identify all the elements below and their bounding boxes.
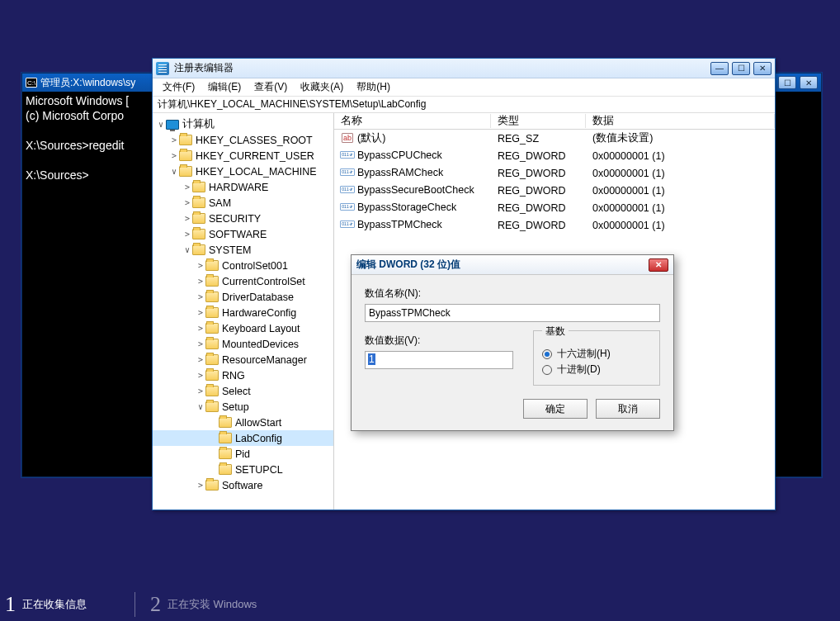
value-data: 0x00000001 (1) [586, 202, 775, 214]
regedit-minimize-button[interactable]: — [710, 62, 729, 75]
menu-file[interactable]: 文件(F) [156, 78, 201, 96]
value-data-field[interactable] [365, 351, 513, 369]
tree-item[interactable]: LabConfig [153, 430, 333, 446]
tree-item[interactable]: >CurrentControlSet [153, 273, 333, 289]
value-row[interactable]: BypassCPUCheckREG_DWORD0x00000001 (1) [334, 147, 775, 164]
tree-label: MountedDevices [222, 339, 299, 350]
tree-item[interactable]: >SECURITY [153, 211, 333, 226]
folder-icon [205, 276, 219, 287]
tree-item[interactable]: SETUPCL [153, 462, 333, 477]
radio-dec-row[interactable]: 十进制(D) [542, 363, 651, 377]
cmd-maximize-button[interactable]: ☐ [778, 76, 796, 89]
tree-item[interactable]: >Select [153, 383, 333, 399]
expand-toggle[interactable]: > [196, 261, 205, 270]
regedit-maximize-button[interactable]: ☐ [732, 62, 750, 75]
radio-hex[interactable] [542, 349, 552, 359]
folder-icon [205, 480, 219, 491]
radio-dec[interactable] [542, 365, 552, 375]
cmd-icon: C:\ [26, 78, 37, 88]
expand-toggle[interactable]: > [196, 339, 205, 348]
tree-label: ControlSet001 [222, 260, 288, 272]
expand-toggle[interactable]: > [196, 386, 205, 396]
regedit-addressbar[interactable]: 计算机\HKEY_LOCAL_MACHINE\SYSTEM\Setup\LabC… [153, 97, 775, 113]
menu-help[interactable]: 帮助(H) [350, 78, 397, 96]
dialog-close-button[interactable]: ✕ [649, 258, 668, 272]
tree-item[interactable]: >DriverDatabase [153, 289, 333, 305]
expand-toggle[interactable]: > [196, 371, 205, 380]
list-header: 名称 类型 数据 [334, 113, 775, 130]
value-type: REG_DWORD [491, 168, 586, 179]
regedit-titlebar[interactable]: 注册表编辑器 — ☐ ✕ [153, 59, 775, 78]
expand-toggle[interactable]: > [196, 308, 205, 317]
value-name-field[interactable] [365, 304, 660, 322]
expand-toggle[interactable]: ∨ [169, 167, 179, 176]
base-fieldset: 基数 十六进制(H) 十进制(D) [533, 330, 660, 386]
value-data: 0x00000001 (1) [586, 185, 775, 197]
expand-toggle[interactable]: > [196, 481, 205, 490]
tree-item[interactable]: >HKEY_CLASSES_ROOT [153, 132, 333, 148]
value-row[interactable]: (默认)REG_SZ(数值未设置) [334, 130, 775, 147]
tree-label: HKEY_LOCAL_MACHINE [196, 166, 317, 178]
col-header-name[interactable]: 名称 [334, 114, 491, 128]
regedit-close-button[interactable]: ✕ [753, 62, 772, 75]
tree-item[interactable]: >SAM [153, 195, 333, 211]
col-header-data[interactable]: 数据 [586, 114, 775, 128]
expand-toggle[interactable]: > [169, 135, 179, 145]
tree-item[interactable]: Pid [153, 446, 333, 462]
tree-item[interactable]: ∨SYSTEM [153, 242, 333, 258]
tree-item[interactable]: >HKEY_CURRENT_USER [153, 148, 333, 164]
expand-toggle[interactable]: > [196, 292, 205, 301]
expand-toggle[interactable]: > [182, 198, 192, 207]
regedit-tree[interactable]: ∨计算机>HKEY_CLASSES_ROOT>HKEY_CURRENT_USER… [153, 113, 334, 510]
expand-toggle[interactable]: > [196, 277, 205, 286]
tree-label: HARDWARE [209, 182, 268, 193]
computer-icon [166, 120, 179, 130]
tree-item[interactable]: >HARDWARE [153, 179, 333, 195]
value-row[interactable]: BypassStorageCheckREG_DWORD0x00000001 (1… [334, 199, 775, 216]
tree-label: SOFTWARE [209, 229, 267, 240]
expand-toggle[interactable]: > [196, 355, 205, 364]
tree-item[interactable]: >MountedDevices [153, 336, 333, 352]
cmd-close-button[interactable]: ✕ [800, 76, 818, 89]
cmd-title-path: X:\windows\sy [73, 77, 135, 88]
value-data: 0x00000001 (1) [586, 168, 775, 179]
tree-label: SECURITY [209, 213, 261, 225]
expand-toggle[interactable]: ∨ [156, 120, 166, 129]
dialog-titlebar[interactable]: 编辑 DWORD (32 位)值 ✕ [352, 255, 673, 275]
value-row[interactable]: BypassSecureBootCheckREG_DWORD0x00000001… [334, 182, 775, 199]
expand-toggle[interactable]: ∨ [182, 245, 192, 254]
expand-toggle[interactable]: > [182, 230, 192, 239]
tree-item[interactable]: >Keyboard Layout [153, 320, 333, 336]
expand-toggle[interactable]: ∨ [196, 402, 205, 411]
value-type: REG_SZ [491, 133, 586, 145]
value-row[interactable]: BypassTPMCheckREG_DWORD0x00000001 (1) [334, 216, 775, 234]
folder-icon [205, 354, 219, 365]
tree-item[interactable]: >ControlSet001 [153, 258, 333, 273]
radio-hex-row[interactable]: 十六进制(H) [542, 347, 651, 361]
tree-item[interactable]: AllowStart [153, 415, 333, 430]
tree-item[interactable]: >SOFTWARE [153, 226, 333, 242]
tree-item[interactable]: >ResourceManager [153, 352, 333, 367]
expand-toggle[interactable]: > [196, 324, 205, 333]
ok-button[interactable]: 确定 [523, 399, 588, 419]
cancel-button[interactable]: 取消 [596, 399, 660, 419]
step1-number: 1 [5, 592, 16, 617]
expand-toggle[interactable]: > [182, 183, 192, 192]
tree-item[interactable]: ∨HKEY_LOCAL_MACHINE [153, 164, 333, 179]
menu-view[interactable]: 查看(V) [248, 78, 294, 96]
tree-item[interactable]: ∨Setup [153, 399, 333, 415]
expand-toggle[interactable]: > [182, 214, 192, 223]
menu-edit[interactable]: 编辑(E) [201, 78, 248, 96]
folder-icon [219, 464, 232, 475]
dword-value-icon [341, 149, 354, 162]
menu-fav[interactable]: 收藏夹(A) [294, 78, 350, 96]
expand-toggle[interactable]: > [169, 151, 179, 160]
tree-item[interactable]: ∨计算机 [153, 116, 333, 132]
tree-item[interactable]: >RNG [153, 367, 333, 383]
radio-dec-label: 十进制(D) [557, 363, 601, 377]
tree-item[interactable]: >HardwareConfig [153, 305, 333, 320]
base-legend: 基数 [542, 325, 569, 339]
tree-item[interactable]: >Software [153, 477, 333, 493]
col-header-type[interactable]: 类型 [491, 114, 586, 128]
value-row[interactable]: BypassRAMCheckREG_DWORD0x00000001 (1) [334, 164, 775, 182]
